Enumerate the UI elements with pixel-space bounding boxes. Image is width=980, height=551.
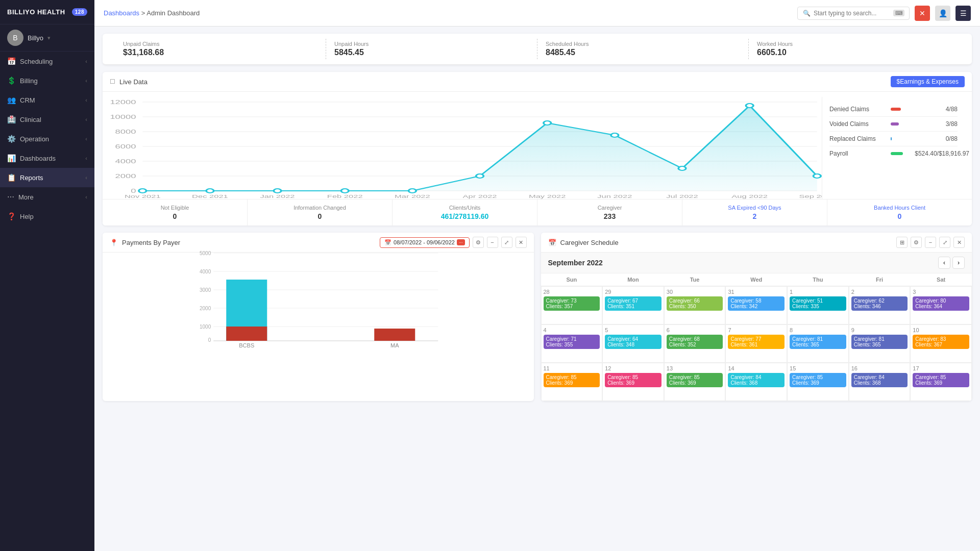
- stat-sa-expired: SA Expired <90 Days 2: [682, 199, 827, 226]
- payments-settings-button[interactable]: ⚙: [473, 237, 484, 248]
- payroll-value: $524.40/$18,916.97: [908, 150, 969, 157]
- svg-point-24: [746, 104, 753, 108]
- search-box[interactable]: 🔍 ⌨: [797, 7, 910, 20]
- cal-event[interactable]: Caregiver: 85Clients: 369: [605, 373, 662, 387]
- cal-event[interactable]: Caregiver: 85Clients: 369: [913, 373, 969, 387]
- nav-menu: 📅 Scheduling ‹ 💲 Billing ‹ 👥 CRM ‹ 🏥 Cli…: [0, 52, 94, 226]
- cal-event[interactable]: Caregiver: 81Clients: 365: [851, 335, 908, 349]
- bottom-row: 📍 Payments By Payer 📅 08/07/2022 - 09/06…: [103, 233, 972, 401]
- sidebar-item-crm[interactable]: 👥 CRM ‹: [0, 90, 94, 110]
- notification-badge[interactable]: 128: [72, 8, 87, 16]
- sidebar-item-dashboards[interactable]: 📊 Dashboards ‹: [0, 148, 94, 168]
- nav-item-left-operation: ⚙️ Operation: [7, 135, 49, 143]
- svg-point-19: [409, 189, 416, 193]
- caregiver-minimize-button[interactable]: −: [925, 237, 936, 248]
- sidebar-item-label-billing: Billing: [20, 77, 38, 85]
- dow-thu: Thu: [787, 273, 849, 286]
- caregiver-close-button[interactable]: ✕: [953, 237, 965, 248]
- brand-name: BILLIYO HEALTH: [7, 8, 65, 16]
- cal-event[interactable]: Caregiver: 85Clients: 369: [544, 373, 600, 387]
- search-input[interactable]: [814, 10, 890, 17]
- caregiver-title-area: 📅 Caregiver Schedule: [548, 239, 619, 246]
- caregiver-schedule-title: Caregiver Schedule: [560, 239, 619, 246]
- nav-arrow-clinical: ‹: [85, 116, 87, 122]
- cal-event[interactable]: Caregiver: 62Clients: 346: [851, 296, 908, 311]
- cal-event[interactable]: Caregiver: 85Clients: 369: [667, 373, 723, 387]
- sidebar-item-reports[interactable]: 📋 Reports ‹: [0, 168, 94, 187]
- cal-next-button[interactable]: ›: [952, 257, 965, 269]
- sidebar-item-clinical[interactable]: 🏥 Clinical ‹: [0, 110, 94, 129]
- close-button[interactable]: ✕: [915, 6, 930, 21]
- caregiver-grid-view-button[interactable]: ⊞: [896, 237, 908, 248]
- cal-event[interactable]: Caregiver: 84Clients: 368: [728, 373, 785, 387]
- svg-text:BCBS: BCBS: [239, 342, 254, 348]
- dow-tue: Tue: [664, 273, 726, 286]
- denied-claims-row: Denied Claims 4/88: [829, 102, 958, 117]
- sidebar-item-help[interactable]: ❓ Help: [0, 207, 94, 226]
- caregiver-schedule-card: 📅 Caregiver Schedule ⊞ ⚙ − ⤢ ✕ September…: [541, 233, 972, 401]
- svg-text:Nov 2021: Nov 2021: [125, 194, 161, 199]
- cal-event[interactable]: Caregiver: 85Clients: 369: [790, 373, 846, 387]
- nav-arrow-scheduling: ‹: [85, 58, 87, 64]
- cal-cell-31: 31Caregiver: 58Clients: 342: [725, 286, 787, 324]
- payments-expand-button[interactable]: ⤢: [501, 237, 512, 248]
- voided-claims-label: Voided Claims: [829, 120, 886, 128]
- caregiver-settings-button[interactable]: ⚙: [911, 237, 922, 248]
- cal-event[interactable]: Caregiver: 66Clients: 350: [667, 296, 723, 311]
- help-icon: ❓: [7, 212, 16, 220]
- stat-banked-hours-label: Banked Hours Client: [835, 205, 965, 211]
- cal-event[interactable]: Caregiver: 81Clients: 365: [790, 335, 846, 349]
- payments-close-button[interactable]: ✕: [516, 237, 527, 248]
- cal-event[interactable]: Caregiver: 71Clients: 355: [544, 335, 600, 349]
- denied-claims-bar-wrap: [891, 108, 922, 111]
- sidebar-item-billing[interactable]: 💲 Billing ‹: [0, 71, 94, 90]
- cal-event[interactable]: Caregiver: 80Clients: 364: [913, 296, 969, 311]
- cal-event[interactable]: Caregiver: 84Clients: 368: [851, 373, 908, 387]
- line-chart: 12000 10000 8000 6000 4000 2000 0: [110, 97, 822, 199]
- user-profile-button[interactable]: 👤: [935, 6, 950, 21]
- caregiver-expand-button[interactable]: ⤢: [939, 237, 950, 248]
- cal-month-label: September 2022: [548, 259, 603, 267]
- cal-prev-button[interactable]: ‹: [938, 257, 950, 269]
- cal-event[interactable]: Caregiver: 64Clients: 348: [605, 335, 662, 349]
- cal-cell-1: 1Caregiver: 51Clients: 335: [787, 286, 849, 324]
- sidebar-item-more[interactable]: ⋯ More ‹: [0, 187, 94, 207]
- live-data-chart-area: 12000 10000 8000 6000 4000 2000 0: [103, 92, 972, 199]
- sidebar-item-label-crm: CRM: [20, 96, 35, 104]
- svg-text:6000: 6000: [115, 144, 136, 149]
- date-range-badge: ···: [457, 239, 465, 245]
- user-row[interactable]: B Billyо ▾: [0, 24, 94, 52]
- dow-mon: Mon: [602, 273, 664, 286]
- svg-text:3000: 3000: [200, 287, 211, 293]
- breadcrumb-home[interactable]: Dashboards: [104, 9, 139, 17]
- sidebar: BILLIYO HEALTH 128 B Billyо ▾ 📅 Scheduli…: [0, 0, 94, 551]
- crm-icon: 👥: [7, 96, 16, 104]
- more-icon: ⋯: [7, 193, 14, 201]
- cal-event[interactable]: Caregiver: 58Clients: 342: [728, 296, 785, 311]
- cal-event[interactable]: Caregiver: 73Clients: 357: [544, 296, 600, 311]
- tab-earnings-expenses[interactable]: $Earnings & Expenses: [891, 76, 965, 87]
- cal-cell-8: 8Caregiver: 81Clients: 365: [787, 324, 849, 363]
- stat-unpaid-claims: Unpaid Claims $31,168.68: [115, 39, 326, 59]
- cal-event[interactable]: Caregiver: 77Clients: 361: [728, 335, 785, 349]
- sidebar-item-operation[interactable]: ⚙️ Operation ‹: [0, 129, 94, 148]
- svg-text:0: 0: [131, 188, 136, 194]
- svg-point-22: [611, 133, 619, 137]
- stat-not-eligible-label: Not Eligible: [110, 205, 240, 211]
- svg-text:Apr 2022: Apr 2022: [463, 194, 497, 199]
- sidebar-item-scheduling[interactable]: 📅 Scheduling ‹: [0, 52, 94, 71]
- stat-scheduled-hours-label: Scheduled Hours: [546, 41, 740, 47]
- breadcrumb-separator: >: [141, 9, 147, 17]
- cal-event[interactable]: Caregiver: 68Clients: 352: [667, 335, 723, 349]
- cal-cell-9: 9Caregiver: 81Clients: 365: [849, 324, 911, 363]
- cal-event[interactable]: Caregiver: 67Clients: 351: [605, 296, 662, 311]
- cal-cell-10: 10Caregiver: 83Clients: 367: [910, 324, 972, 363]
- cal-event[interactable]: Caregiver: 83Clients: 367: [913, 335, 969, 349]
- cal-event[interactable]: Caregiver: 51Clients: 335: [790, 296, 846, 311]
- menu-button[interactable]: ☰: [955, 6, 971, 21]
- svg-point-16: [206, 189, 214, 193]
- sidebar-item-label-more: More: [18, 193, 34, 201]
- nav-item-left-billing: 💲 Billing: [7, 77, 38, 85]
- date-range-picker[interactable]: 📅 08/07/2022 - 09/06/2022 ···: [380, 237, 469, 248]
- payments-minimize-button[interactable]: −: [487, 237, 498, 248]
